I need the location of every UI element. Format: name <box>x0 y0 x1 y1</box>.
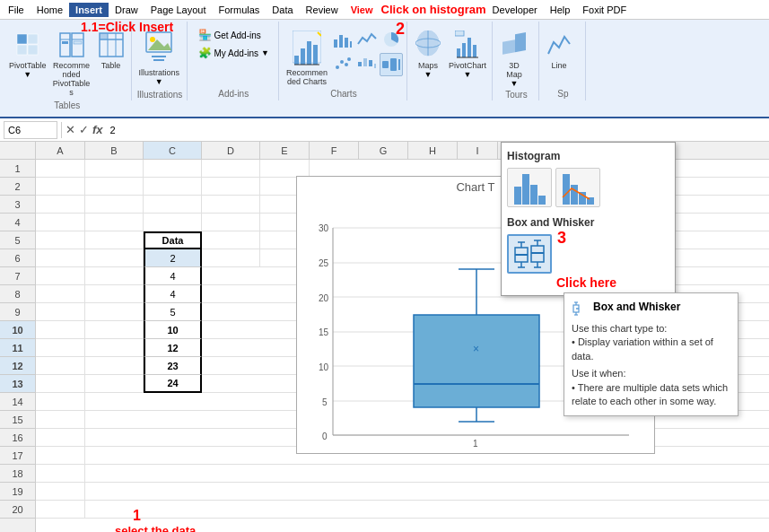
row-9-num[interactable]: 9 <box>0 303 35 321</box>
more-charts-button[interactable] <box>380 53 403 76</box>
menu-file[interactable]: File <box>2 3 31 17</box>
confirm-formula-icon[interactable]: ✓ <box>79 123 89 136</box>
spreadsheet-area: A B C D E F G H I L M 1 2 3 4 5 6 7 8 9 … <box>0 142 769 532</box>
cell-c4[interactable] <box>144 214 202 231</box>
menu-data[interactable]: Data <box>266 3 299 17</box>
row-8-num[interactable]: 8 <box>0 285 35 303</box>
cell-a6[interactable] <box>36 249 85 267</box>
box-whisker-chart-button[interactable]: 3 <box>507 234 552 274</box>
col-c-header[interactable]: C <box>144 142 202 159</box>
pivot-table-button[interactable]: PivotTable ▼ <box>7 27 48 81</box>
col-i-header[interactable]: I <box>458 142 498 159</box>
cell-b5[interactable] <box>85 231 144 249</box>
cell-d1[interactable] <box>202 160 260 178</box>
my-addins-button[interactable]: 🧩 My Add-ins ▼ <box>197 45 271 61</box>
menu-insert[interactable]: Insert <box>69 3 109 17</box>
cell-a3[interactable] <box>36 196 85 214</box>
cell-a2[interactable] <box>36 178 85 196</box>
3dmap-button[interactable]: 3DMap ▼ <box>498 27 530 90</box>
row-14-num[interactable]: 14 <box>0 393 35 411</box>
cell-d3[interactable] <box>202 196 260 214</box>
cell-c6[interactable]: 2 <box>144 249 202 267</box>
cell-d6[interactable] <box>202 249 260 267</box>
row-1-num[interactable]: 1 <box>0 160 35 178</box>
cell-c8[interactable]: 4 <box>144 285 202 303</box>
line-sparkline-button[interactable]: Line <box>545 27 573 72</box>
cell-a4[interactable] <box>36 214 85 231</box>
insert-function-icon[interactable]: fx <box>92 123 103 136</box>
row-11-num[interactable]: 11 <box>0 339 35 357</box>
cell-c5-header[interactable]: Data <box>144 231 202 249</box>
row-20-num[interactable]: 20 <box>0 501 35 519</box>
cell-b2[interactable] <box>85 178 144 196</box>
pivot-chart-button[interactable]: PivotChart ▼ <box>447 27 488 81</box>
col-h-header[interactable]: H <box>408 142 458 159</box>
cell-c1[interactable] <box>144 160 202 178</box>
cell-a1[interactable] <box>36 160 85 178</box>
row-7-num[interactable]: 7 <box>0 267 35 285</box>
cell-c12[interactable]: 23 <box>144 357 202 375</box>
row-2-num[interactable]: 2 <box>0 178 35 196</box>
step3-annotation-num: 3 <box>557 229 566 248</box>
cell-c13[interactable]: 24 <box>144 375 202 393</box>
cell-c10[interactable]: 10 <box>144 321 202 339</box>
cell-e1[interactable] <box>260 160 310 178</box>
menu-formulas[interactable]: Formulas <box>213 3 267 17</box>
cell-d4[interactable] <box>202 214 260 231</box>
formula-input[interactable] <box>107 121 765 139</box>
col-b-header[interactable]: B <box>85 142 144 159</box>
row-10-num[interactable]: 10 <box>0 321 35 339</box>
illustrations-button[interactable]: Illustrations ▼ <box>137 27 182 88</box>
histogram-chart-button[interactable] <box>507 168 552 207</box>
cell-d5[interactable] <box>202 231 260 249</box>
maps-button[interactable]: Maps ▼ <box>413 27 443 81</box>
menu-developer[interactable]: Developer <box>486 3 544 17</box>
cell-b6[interactable] <box>85 249 144 267</box>
menu-pagelayout[interactable]: Page Layout <box>144 3 213 17</box>
cell-b3[interactable] <box>85 196 144 214</box>
col-e-header[interactable]: E <box>260 142 310 159</box>
column-chart-button[interactable] <box>331 29 354 52</box>
scatter-chart-button[interactable] <box>331 53 354 76</box>
cell-reference-input[interactable]: C6 <box>4 121 57 139</box>
row-5-num[interactable]: 5 <box>0 231 35 249</box>
row-4-num[interactable]: 4 <box>0 214 35 231</box>
waterfall-chart-button[interactable] <box>355 53 379 76</box>
row-12-num[interactable]: 12 <box>0 357 35 375</box>
menu-help[interactable]: Help <box>544 3 577 17</box>
cell-b4[interactable] <box>85 214 144 231</box>
cell-b1[interactable] <box>85 160 144 178</box>
row-19-num[interactable]: 19 <box>0 483 35 501</box>
menu-draw[interactable]: Draw <box>109 3 144 17</box>
cell-c7[interactable]: 4 <box>144 267 202 285</box>
menu-view[interactable]: View <box>345 3 380 17</box>
pareto-chart-button[interactable] <box>555 168 600 207</box>
cell-d2[interactable] <box>202 178 260 196</box>
col-g-header[interactable]: G <box>359 142 408 159</box>
menu-foxit[interactable]: Foxit PDF <box>576 3 633 17</box>
pivot-table-icon <box>13 29 42 61</box>
row-13-num[interactable]: 13 <box>0 375 35 393</box>
svg-rect-49 <box>473 45 476 57</box>
row-15-num[interactable]: 15 <box>0 411 35 429</box>
row-3-num[interactable]: 3 <box>0 196 35 214</box>
cell-c11[interactable]: 12 <box>144 339 202 357</box>
row-16-num[interactable]: 16 <box>0 429 35 447</box>
col-a-header[interactable]: A <box>36 142 85 159</box>
line-chart-button[interactable] <box>355 29 379 52</box>
menu-home[interactable]: Home <box>31 3 69 17</box>
row-17-num[interactable]: 17 <box>0 447 35 465</box>
get-addins-button[interactable]: 🏪 Get Add-ins <box>197 27 271 43</box>
cell-a5[interactable] <box>36 231 85 249</box>
menu-review[interactable]: Review <box>300 3 345 17</box>
cancel-formula-icon[interactable]: ✕ <box>66 123 75 136</box>
row-18-num[interactable]: 18 <box>0 465 35 483</box>
cell-c2[interactable] <box>144 178 202 196</box>
col-f-header[interactable]: F <box>310 142 359 159</box>
recommended-charts-button[interactable]: Recommended Charts <box>284 27 329 88</box>
cell-c9[interactable]: 5 <box>144 303 202 321</box>
cell-c3[interactable] <box>144 196 202 214</box>
recommended-pivots-button[interactable]: Recommended PivotTables <box>50 27 93 99</box>
col-d-header[interactable]: D <box>202 142 260 159</box>
row-6-num[interactable]: 6 <box>0 249 35 267</box>
